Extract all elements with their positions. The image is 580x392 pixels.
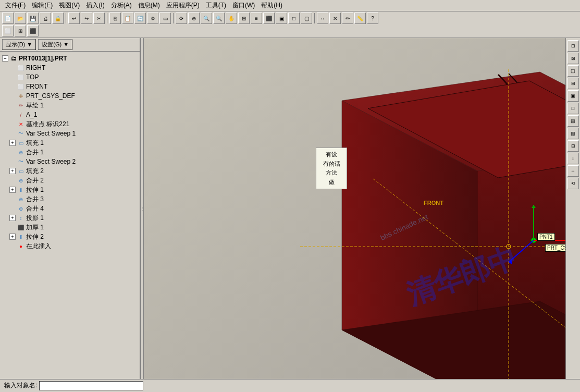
tree-item[interactable]: ●在此插入 [1, 241, 139, 251]
zoom-fit-button[interactable]: ⊕ [188, 13, 200, 24]
rs-btn5[interactable]: ▣ [567, 90, 579, 102]
lock-button[interactable]: 🔒 [52, 13, 64, 24]
viewport-canvas[interactable]: 有设有的话方法做 FRONT RIGHT TOP PRT_CSYS_DEF PN… [144, 38, 565, 379]
tree-item-label: Var Sect Sweep 1 [26, 130, 76, 137]
rs-btn10[interactable]: ↕ [567, 153, 579, 164]
menu-view[interactable]: 视图(V) [56, 0, 83, 11]
item-icon: 〜 [17, 129, 25, 138]
menu-analysis[interactable]: 分析(A) [108, 0, 135, 11]
tree-item[interactable]: ✏草绘 1 [1, 101, 139, 110]
root-icon: 🗂 [9, 54, 18, 63]
constrain-button[interactable]: ✕ [329, 13, 341, 24]
tree-item-label: 合并 1 [26, 148, 44, 157]
hidden-button[interactable]: ▢ [301, 13, 312, 24]
dim-button[interactable]: ↔ [317, 13, 328, 24]
tree-item[interactable]: ⬜RIGHT [1, 63, 139, 72]
tb2-btn2[interactable]: ⊞ [15, 25, 26, 36]
paste-button[interactable]: 📋 [122, 13, 133, 24]
tree-item-label: 合并 3 [26, 195, 44, 204]
tree-item[interactable]: ⬜FRONT [1, 82, 139, 91]
tree-item[interactable]: ⊕合并 2 [1, 176, 139, 185]
rs-btn11[interactable]: ↔ [567, 165, 579, 177]
tree-item[interactable]: +▭填充 2 [1, 166, 139, 176]
cut-button[interactable]: ✂ [93, 13, 105, 24]
tree-item[interactable]: 〜Var Sect Sweep 2 [1, 157, 139, 166]
rs-btn1[interactable]: ⊡ [567, 40, 579, 52]
tree-item-label: 基准点 标识221 [26, 120, 69, 129]
rotate-button[interactable]: ⟳ [176, 13, 187, 24]
shading-button[interactable]: ▣ [276, 13, 287, 24]
tree-item[interactable]: +⬆拉伸 2 [1, 232, 139, 241]
sketch2-button[interactable]: ✏ [342, 13, 353, 24]
tree-item-label: 合并 4 [26, 204, 44, 213]
rs-btn7[interactable]: ▤ [567, 115, 579, 127]
feature-button[interactable]: ⚙ [147, 13, 158, 24]
menu-window[interactable]: 窗口(W) [229, 0, 258, 11]
statusbar-input[interactable] [39, 381, 143, 390]
rs-btn2[interactable]: ⊠ [567, 53, 579, 64]
zoom-in-button[interactable]: 🔍 [201, 13, 212, 24]
tb2-btn3[interactable]: ⬛ [27, 25, 39, 36]
statusbar-prompt: 输入对象名: [4, 381, 37, 390]
tree-expander[interactable]: + [9, 140, 16, 146]
tree-item-label: 投影 1 [26, 214, 44, 223]
regen-button[interactable]: 🔄 [134, 13, 146, 24]
settings-button[interactable]: 设置(G) ▼ [38, 39, 72, 50]
tree-item[interactable]: ⬜TOP [1, 72, 139, 82]
repaint-button[interactable]: ⬛ [263, 13, 275, 24]
orient-button[interactable]: ⊞ [238, 13, 250, 24]
tree-root[interactable]: − 🗂 PRT0013[1].PRT [1, 54, 139, 63]
tree-expander[interactable]: + [9, 168, 16, 174]
tree-item-label: 拉伸 2 [26, 232, 44, 241]
print-button[interactable]: 🖨 [40, 13, 51, 24]
rs-btn3[interactable]: ◫ [567, 65, 579, 77]
open-button[interactable]: 📂 [15, 13, 26, 24]
menu-edit[interactable]: 编辑(E) [29, 0, 56, 11]
tree-item[interactable]: 〜Var Sect Sweep 1 [1, 129, 139, 138]
copy-button[interactable]: ⎘ [109, 13, 121, 24]
undo-button[interactable]: ↩ [68, 13, 80, 24]
item-icon: ⊕ [17, 176, 25, 185]
pan-button[interactable]: ✋ [226, 13, 237, 24]
tree-item[interactable]: +▭填充 1 [1, 138, 139, 148]
tree-expander[interactable]: + [9, 215, 16, 221]
tree-item[interactable]: ✕基准点 标识221 [1, 119, 139, 129]
rs-btn9[interactable]: ⊟ [567, 140, 579, 152]
tree-expander[interactable]: + [9, 234, 16, 240]
rs-btn4[interactable]: ⊞ [567, 78, 579, 89]
save-button[interactable]: 💾 [27, 13, 39, 24]
display-button[interactable]: 显示(D) ▼ [2, 39, 36, 50]
rs-btn8[interactable]: ▧ [567, 128, 579, 139]
menu-help[interactable]: 帮助(H) [258, 0, 286, 11]
menu-apps[interactable]: 应用程序(P) [163, 0, 203, 11]
tree-item[interactable]: /A_1 [1, 110, 139, 119]
menu-tools[interactable]: 工具(T) [203, 0, 229, 11]
tree-item-label: 填充 1 [26, 139, 44, 148]
root-expander[interactable]: − [2, 55, 8, 62]
select-button[interactable]: ▭ [159, 13, 171, 24]
tree-item[interactable]: +⬆拉伸 1 [1, 185, 139, 194]
rs-btn12[interactable]: ⟲ [567, 178, 579, 189]
wire-button[interactable]: □ [288, 13, 300, 24]
tree-item[interactable]: ⊕合并 3 [1, 194, 139, 204]
tree-item[interactable]: ✛PRT_CSYS_DEF [1, 91, 139, 101]
tree-item-label: 草绘 1 [26, 101, 44, 110]
tree-item[interactable]: ⬛加厚 1 [1, 223, 139, 232]
tb2-btn1[interactable]: ⬜ [2, 25, 14, 36]
help-btn[interactable]: ? [367, 13, 378, 24]
menu-file[interactable]: 文件(F) [2, 0, 29, 11]
new-button[interactable]: 📄 [2, 13, 14, 24]
zoom-out-button[interactable]: 🔍 [213, 13, 225, 24]
redo-button[interactable]: ↪ [81, 13, 92, 24]
tree-expander[interactable]: + [9, 187, 16, 193]
measure-button[interactable]: 📏 [354, 13, 366, 24]
layer-button[interactable]: ≡ [251, 13, 262, 24]
tree-item[interactable]: +↕投影 1 [1, 213, 139, 223]
menu-info[interactable]: 信息(M) [135, 0, 163, 11]
tree-root-label: PRT0013[1].PRT [19, 55, 67, 62]
tree-item[interactable]: ⊕合并 4 [1, 204, 139, 213]
item-icon: ✛ [17, 92, 25, 100]
rs-btn6[interactable]: □ [567, 103, 579, 114]
menu-insert[interactable]: 插入(I) [83, 0, 107, 11]
tree-item[interactable]: ⊕合并 1 [1, 148, 139, 157]
